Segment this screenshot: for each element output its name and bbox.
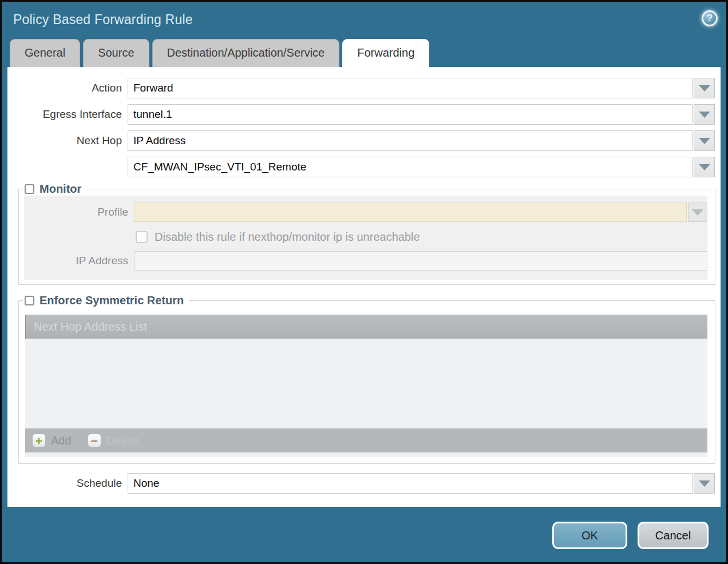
next-hop-type-dropdown-button[interactable]	[694, 130, 715, 151]
profile-input	[134, 202, 687, 222]
next-hop-address-row	[7, 157, 721, 177]
next-hop-label: Next Hop	[7, 134, 128, 147]
egress-interface-input[interactable]	[128, 104, 693, 125]
chevron-down-icon	[699, 85, 710, 92]
dialog-footer: OK Cancel	[2, 507, 726, 549]
egress-interface-label: Egress Interface	[7, 108, 128, 121]
next-hop-address-list-table: Next Hop Address List + Add − Delete	[25, 315, 707, 457]
monitor-ip-address-label: IP Address	[24, 255, 134, 267]
chevron-down-icon	[699, 480, 710, 487]
ok-button[interactable]: OK	[552, 522, 627, 549]
action-row: Action	[7, 78, 721, 98]
forwarding-tab-panel: Action Egress Interface Next Hop	[7, 67, 721, 507]
enforce-legend: Enforce Symmetric Return	[23, 294, 189, 307]
tab-general[interactable]: General	[10, 39, 80, 67]
enforce-symmetric-return-checkbox[interactable]	[25, 296, 34, 305]
schedule-dropdown-button[interactable]	[694, 473, 715, 494]
next-hop-address-input[interactable]	[128, 157, 693, 177]
enforce-legend-label: Enforce Symmetric Return	[39, 294, 184, 307]
next-hop-type-input[interactable]	[128, 130, 693, 151]
cancel-button[interactable]: Cancel	[638, 522, 709, 549]
action-label: Action	[7, 82, 128, 94]
next-hop-address-list-header: Next Hop Address List	[25, 315, 707, 339]
disable-rule-label: Disable this rule if nexthop/monitor ip …	[155, 231, 420, 244]
tab-bar: General Source Destination/Application/S…	[2, 39, 726, 67]
monitor-legend-label: Monitor	[39, 182, 81, 196]
add-button-label: Add	[51, 434, 72, 447]
monitor-panel: Profile Disable this rule if nexthop/mon…	[24, 196, 707, 280]
tab-destination-application-service[interactable]: Destination/Application/Service	[152, 39, 340, 67]
next-hop-address-list-body[interactable]	[25, 339, 707, 428]
tab-source[interactable]: Source	[83, 39, 149, 67]
action-dropdown-button[interactable]	[694, 78, 715, 98]
tab-forwarding[interactable]: Forwarding	[342, 39, 429, 67]
disable-rule-row: Disable this rule if nexthop/monitor ip …	[136, 228, 707, 245]
monitor-ip-address-row: IP Address	[24, 251, 707, 271]
action-input[interactable]	[128, 78, 693, 98]
egress-interface-dropdown-button[interactable]	[694, 104, 715, 125]
dialog-titlebar: Policy Based Forwarding Rule ?	[2, 2, 726, 39]
chevron-down-icon	[692, 209, 703, 216]
plus-icon: +	[32, 434, 46, 447]
delete-button: − Delete	[88, 434, 140, 447]
egress-interface-row: Egress Interface	[7, 104, 721, 125]
add-button[interactable]: + Add	[32, 434, 72, 447]
disable-rule-checkbox	[136, 231, 148, 243]
next-hop-row: Next Hop	[7, 130, 721, 151]
help-glyph: ?	[707, 13, 713, 24]
next-hop-address-dropdown-button[interactable]	[694, 157, 715, 177]
chevron-down-icon	[699, 112, 710, 118]
delete-button-label: Delete	[106, 434, 140, 447]
pbf-rule-dialog: Policy Based Forwarding Rule ? General S…	[0, 0, 728, 564]
monitor-fieldset: Monitor Profile Disable this rule if nex…	[18, 189, 715, 285]
minus-icon: −	[88, 434, 101, 447]
table-bottom-strip	[25, 452, 707, 457]
enforce-symmetric-return-fieldset: Enforce Symmetric Return Next Hop Addres…	[18, 300, 715, 464]
schedule-label: Schedule	[7, 477, 128, 490]
monitor-legend: Monitor	[23, 182, 86, 196]
monitor-ip-address-input	[134, 251, 707, 271]
chevron-down-icon	[699, 138, 710, 144]
profile-row: Profile	[24, 202, 707, 222]
monitor-checkbox[interactable]	[25, 184, 34, 194]
help-icon[interactable]: ?	[702, 10, 718, 26]
profile-label: Profile	[24, 206, 134, 219]
next-hop-address-list-toolbar: + Add − Delete	[25, 428, 707, 452]
profile-dropdown-button	[688, 202, 707, 222]
schedule-input[interactable]	[128, 473, 693, 494]
dialog-title: Policy Based Forwarding Rule	[13, 12, 193, 27]
chevron-down-icon	[699, 164, 710, 170]
schedule-row: Schedule	[7, 473, 721, 494]
